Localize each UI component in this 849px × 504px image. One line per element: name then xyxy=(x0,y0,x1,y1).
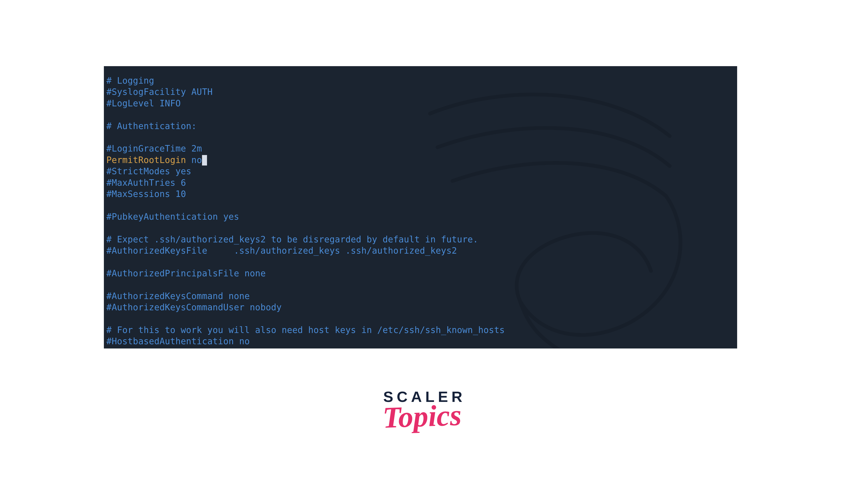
code-line: PermitRootLogin no xyxy=(106,155,735,166)
code-line: #LoginGraceTime 2m xyxy=(106,143,735,154)
code-line xyxy=(106,109,735,120)
brand-logo: SCALER Topics xyxy=(0,390,849,430)
code-line xyxy=(106,222,735,234)
code-line: # Expect .ssh/authorized_keys2 to be dis… xyxy=(106,234,735,245)
code-line: #AuthorizedKeysCommand none xyxy=(106,291,735,302)
code-line: #AuthorizedPrincipalsFile none xyxy=(106,268,735,279)
code-line: #HostbasedAuthentication no xyxy=(106,336,735,347)
code-token: #AuthorizedKeysFile .ssh/authorized_keys… xyxy=(106,246,457,256)
logo-line-2: Topics xyxy=(380,401,464,431)
code-line: #PubkeyAuthentication yes xyxy=(106,211,735,222)
code-line: #MaxSessions 10 xyxy=(106,188,735,200)
code-token: #SyslogFacility AUTH xyxy=(106,87,212,97)
code-token: # Logging xyxy=(106,76,154,86)
code-line: # For this to work you will also need ho… xyxy=(106,325,735,336)
code-line: #StrictModes yes xyxy=(106,166,735,177)
terminal-window[interactable]: # Logging#SyslogFacility AUTH#LogLevel I… xyxy=(104,66,737,348)
code-token: #AuthorizedKeysCommandUser nobody xyxy=(106,302,282,312)
code-token: no xyxy=(191,155,202,165)
code-line xyxy=(106,279,735,290)
page: # Logging#SyslogFacility AUTH#LogLevel I… xyxy=(0,0,849,504)
editor-content[interactable]: # Logging#SyslogFacility AUTH#LogLevel I… xyxy=(104,66,737,348)
code-token: #MaxSessions 10 xyxy=(106,189,186,199)
code-line: # Authentication: xyxy=(106,121,735,132)
code-line xyxy=(106,313,735,325)
code-token: #AuthorizedKeysCommand none xyxy=(106,291,250,301)
code-line: #MaxAuthTries 6 xyxy=(106,177,735,188)
code-line: #AuthorizedKeysFile .ssh/authorized_keys… xyxy=(106,245,735,256)
code-token: PermitRootLogin xyxy=(106,155,191,165)
code-token: #HostbasedAuthentication no xyxy=(106,336,250,346)
code-token: # Expect .ssh/authorized_keys2 to be dis… xyxy=(106,234,478,245)
code-token: # Authentication: xyxy=(106,121,197,131)
code-line xyxy=(106,200,735,211)
code-token: #LoginGraceTime 2m xyxy=(106,144,202,154)
code-token: # For this to work you will also need ho… xyxy=(106,325,505,335)
code-line xyxy=(106,132,735,143)
code-token: #PubkeyAuthentication yes xyxy=(106,212,239,222)
code-token: #AuthorizedPrincipalsFile none xyxy=(106,268,266,278)
code-line: #AuthorizedKeysCommandUser nobody xyxy=(106,302,735,313)
code-line: #LogLevel INFO xyxy=(106,98,735,109)
text-cursor xyxy=(202,155,207,165)
code-line xyxy=(106,257,735,268)
code-token: #LogLevel INFO xyxy=(106,98,181,108)
code-token: #MaxAuthTries 6 xyxy=(106,178,186,188)
code-line: #SyslogFacility AUTH xyxy=(106,86,735,97)
code-line: # Logging xyxy=(106,75,735,86)
code-token: #StrictModes yes xyxy=(106,166,191,176)
